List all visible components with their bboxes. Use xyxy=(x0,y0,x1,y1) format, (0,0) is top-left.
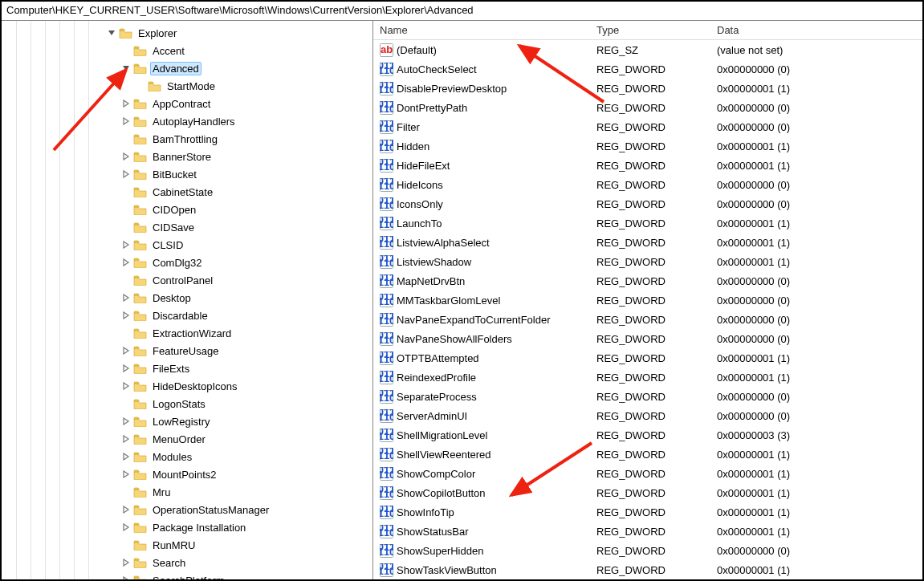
chevron-right-icon[interactable] xyxy=(120,116,132,127)
value-type: REG_DWORD xyxy=(590,217,710,230)
value-row[interactable]: ShowSuperHiddenREG_DWORD0x00000000 (0) xyxy=(373,541,922,560)
chevron-right-icon[interactable] xyxy=(120,169,132,180)
dword-value-icon xyxy=(380,332,393,346)
value-type: REG_SZ xyxy=(590,44,710,56)
chevron-right-icon[interactable] xyxy=(120,504,132,515)
tree-item-label: CabinetState xyxy=(150,185,215,199)
chevron-right-icon[interactable] xyxy=(120,310,132,321)
dword-value-icon xyxy=(380,544,393,558)
tree-item-label: Package Installation xyxy=(150,521,248,534)
value-name: DisablePreviewDesktop xyxy=(397,83,507,95)
tree-pane[interactable]: ExplorerAccentAdvancedStartModeAppContra… xyxy=(2,21,373,579)
value-row[interactable]: LaunchToREG_DWORD0x00000001 (1) xyxy=(373,213,922,233)
value-row[interactable]: (Default)REG_SZ(value not set) xyxy=(373,40,922,59)
chevron-right-icon[interactable] xyxy=(120,98,132,109)
dword-value-icon xyxy=(380,159,393,173)
value-name: ShellViewReentered xyxy=(397,449,491,461)
dword-value-icon xyxy=(380,467,393,481)
folder-icon xyxy=(133,310,147,321)
value-row[interactable]: HiddenREG_DWORD0x00000001 (1) xyxy=(373,136,922,156)
value-name: HideIcons xyxy=(397,179,443,191)
column-header-type[interactable]: Type xyxy=(590,22,710,38)
value-row[interactable]: MMTaskbarGlomLevelREG_DWORD0x00000000 (0… xyxy=(373,290,922,310)
column-header-name[interactable]: Name xyxy=(373,22,590,38)
chevron-right-icon[interactable] xyxy=(120,522,132,533)
tree-item-label: CIDOpen xyxy=(150,203,198,217)
value-type: REG_DWORD xyxy=(590,102,710,114)
chevron-right-icon[interactable] xyxy=(120,363,132,374)
expander-none xyxy=(120,221,132,233)
chevron-right-icon[interactable] xyxy=(120,451,132,462)
value-row[interactable]: SeparateProcessREG_DWORD0x00000000 (0) xyxy=(373,387,922,406)
value-data: 0x00000000 (0) xyxy=(710,410,922,422)
chevron-right-icon[interactable] xyxy=(120,239,132,250)
value-row[interactable]: FilterREG_DWORD0x00000000 (0) xyxy=(373,117,922,136)
chevron-right-icon[interactable] xyxy=(120,380,132,392)
chevron-right-icon[interactable] xyxy=(120,292,132,303)
value-name: LaunchTo xyxy=(397,217,442,230)
value-row[interactable]: ShellViewReenteredREG_DWORD0x00000001 (1… xyxy=(373,445,922,464)
value-row[interactable]: HideFileExtREG_DWORD0x00000001 (1) xyxy=(373,156,922,175)
dword-value-icon xyxy=(380,563,393,577)
value-row[interactable]: ListviewShadowREG_DWORD0x00000001 (1) xyxy=(373,252,922,271)
value-type: REG_DWORD xyxy=(590,449,710,461)
folder-icon xyxy=(133,522,147,533)
folder-icon xyxy=(133,469,147,480)
value-row[interactable]: ShowCompColorREG_DWORD0x00000001 (1) xyxy=(373,464,922,483)
expander-none xyxy=(120,327,132,339)
value-row[interactable]: DontPrettyPathREG_DWORD0x00000000 (0) xyxy=(373,98,922,117)
value-row[interactable]: ShowInfoTipREG_DWORD0x00000001 (1) xyxy=(373,502,922,522)
value-name: HideFileExt xyxy=(397,160,450,172)
list-pane[interactable]: Name Type Data (Default)REG_SZ(value not… xyxy=(373,21,922,579)
chevron-right-icon[interactable] xyxy=(120,345,132,356)
value-row[interactable]: ShowCopilotButtonREG_DWORD0x00000001 (1) xyxy=(373,483,922,502)
folder-icon xyxy=(133,327,147,339)
expander-none xyxy=(135,80,146,91)
chevron-right-icon[interactable] xyxy=(120,257,132,268)
dword-value-icon xyxy=(380,140,393,153)
dword-value-icon xyxy=(380,448,393,461)
folder-icon xyxy=(133,257,147,268)
value-name: Hidden xyxy=(397,140,429,152)
tree-item-label: AppContract xyxy=(150,97,213,111)
value-row[interactable]: ShowStatusBarREG_DWORD0x00000001 (1) xyxy=(373,522,922,541)
value-type: REG_DWORD xyxy=(590,372,710,384)
address-bar[interactable]: Computer\HKEY_CURRENT_USER\Software\Micr… xyxy=(2,2,922,21)
value-row[interactable]: NavPaneExpandToCurrentFolderREG_DWORD0x0… xyxy=(373,310,922,329)
value-row[interactable]: ListviewAlphaSelectREG_DWORD0x00000001 (… xyxy=(373,233,922,252)
chevron-right-icon[interactable] xyxy=(120,557,132,568)
value-row[interactable]: MapNetDrvBtnREG_DWORD0x00000000 (0) xyxy=(373,271,922,290)
value-name: Filter xyxy=(397,121,420,133)
value-row[interactable]: AutoCheckSelectREG_DWORD0x00000000 (0) xyxy=(373,59,922,79)
value-name: (Default) xyxy=(397,44,437,56)
chevron-right-icon[interactable] xyxy=(120,469,132,480)
chevron-right-icon[interactable] xyxy=(120,416,132,427)
value-row[interactable]: IconsOnlyREG_DWORD0x00000000 (0) xyxy=(373,194,922,213)
value-name: IconsOnly xyxy=(397,198,443,210)
value-row[interactable]: HideIconsREG_DWORD0x00000000 (0) xyxy=(373,175,922,194)
value-data: 0x00000001 (1) xyxy=(710,160,922,172)
tree-item-label: RunMRU xyxy=(150,538,197,552)
value-row[interactable]: ServerAdminUIREG_DWORD0x00000000 (0) xyxy=(373,406,922,425)
value-type: REG_DWORD xyxy=(590,545,710,557)
folder-icon xyxy=(133,451,147,462)
value-data: 0x00000000 (0) xyxy=(710,275,922,287)
chevron-down-icon[interactable] xyxy=(106,27,117,39)
chevron-down-icon[interactable] xyxy=(120,63,132,74)
expander-none xyxy=(120,274,132,286)
value-row[interactable]: ShowTaskViewButtonREG_DWORD0x00000001 (1… xyxy=(373,560,922,579)
value-row[interactable]: ReindexedProfileREG_DWORD0x00000001 (1) xyxy=(373,368,922,387)
value-data: 0x00000000 (0) xyxy=(710,121,922,133)
tree-item-label: Search xyxy=(150,556,188,570)
value-row[interactable]: ShellMigrationLevelREG_DWORD0x00000003 (… xyxy=(373,425,922,445)
tree-item-label: FileExts xyxy=(150,362,192,376)
value-row[interactable]: NavPaneShowAllFoldersREG_DWORD0x00000000… xyxy=(373,329,922,348)
chevron-right-icon[interactable] xyxy=(120,575,132,579)
chevron-right-icon[interactable] xyxy=(120,151,132,162)
column-header-data[interactable]: Data xyxy=(710,22,922,38)
value-row[interactable]: OTPTBAttemptedREG_DWORD0x00000001 (1) xyxy=(373,348,922,368)
value-name: AutoCheckSelect xyxy=(397,63,477,75)
dword-value-icon xyxy=(380,525,393,538)
chevron-right-icon[interactable] xyxy=(120,433,132,445)
value-row[interactable]: DisablePreviewDesktopREG_DWORD0x00000001… xyxy=(373,79,922,98)
